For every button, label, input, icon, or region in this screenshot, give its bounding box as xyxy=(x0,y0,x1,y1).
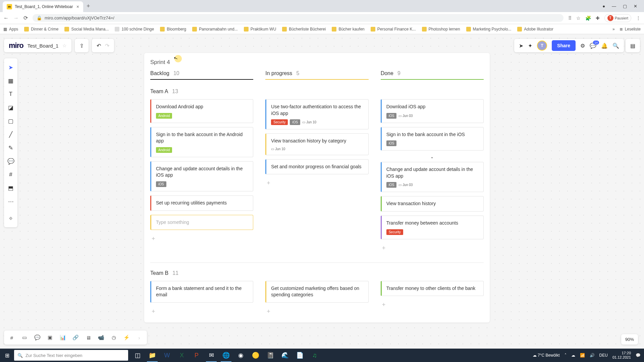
redo-icon[interactable]: ↷ xyxy=(105,43,109,49)
kanban-card[interactable]: Change and update account details in the… xyxy=(150,161,253,191)
swimlane-header[interactable]: Team A13 xyxy=(144,81,490,99)
share-link-icon[interactable]: 🔗 xyxy=(70,333,81,343)
bookmark-item[interactable]: Social Media Mana... xyxy=(64,27,109,32)
board-name[interactable]: Test_Board_1 xyxy=(28,43,59,49)
word-icon[interactable]: W xyxy=(160,349,174,362)
video-icon[interactable]: 📹 xyxy=(95,333,107,343)
export-icon[interactable]: ⇪ xyxy=(79,43,84,49)
bookmark-item[interactable]: Adobe Illustrator xyxy=(517,27,553,32)
start-button[interactable]: ⊞ xyxy=(0,349,14,362)
board-title[interactable]: Sprint 4 xyxy=(144,59,490,70)
kanban-card[interactable]: Transfer money to other clients of the b… xyxy=(381,281,484,296)
bookmark-item[interactable]: Praktikum WU xyxy=(244,27,276,32)
sticky-tool[interactable]: ◪ xyxy=(4,101,17,114)
kanban-card[interactable]: View transaction history xyxy=(381,196,484,212)
chevron-down-icon[interactable]: ⌄ xyxy=(381,155,484,159)
minimize-icon[interactable]: — xyxy=(612,4,616,9)
new-tab-button[interactable]: + xyxy=(83,3,94,10)
reactions-icon[interactable]: ✦ xyxy=(528,43,532,49)
reload-button[interactable]: ⟳ xyxy=(23,15,28,21)
excel-icon[interactable]: X xyxy=(175,349,189,362)
extension-icon[interactable]: 🧩 xyxy=(585,15,591,21)
share-button[interactable]: Share xyxy=(552,40,576,51)
swimlane-header[interactable]: Team B11 xyxy=(144,263,490,281)
comments-panel-icon[interactable]: 💬 xyxy=(32,333,43,343)
notepad-icon[interactable]: 📄 xyxy=(293,349,307,362)
volume-icon[interactable]: 🔊 xyxy=(590,353,595,358)
kanban-card[interactable]: Sign in to the bank account in the Andro… xyxy=(150,127,253,157)
bookmark-item[interactable]: Photoshop lernen xyxy=(422,27,460,32)
notifications-icon[interactable]: 🔔 xyxy=(601,43,608,49)
edge-icon[interactable]: 🌊 xyxy=(278,349,292,362)
kanban-card[interactable]: Transfer money between accountsSecurity xyxy=(381,216,484,239)
column-header-done[interactable]: Done9 xyxy=(381,70,484,79)
upload-tool[interactable]: ⬒ xyxy=(4,182,17,194)
language-indicator[interactable]: DEU xyxy=(599,353,608,358)
wifi-icon[interactable]: 📶 xyxy=(580,353,585,358)
comments-icon[interactable]: 💬 xyxy=(590,43,596,49)
obs-icon[interactable]: ◉ xyxy=(234,349,248,362)
app-icon[interactable]: 🟡 xyxy=(249,349,262,362)
forward-button[interactable]: → xyxy=(13,15,19,21)
notes-icon[interactable]: 📓 xyxy=(264,349,277,362)
bolt-icon[interactable]: ⚡ xyxy=(121,333,132,343)
bookmark-item[interactable]: Personal Finance K... xyxy=(371,27,416,32)
text-tool[interactable]: T xyxy=(4,88,17,101)
present-icon[interactable]: ▭ xyxy=(19,333,30,343)
back-button[interactable]: ← xyxy=(3,15,9,21)
expand-toolbar-icon[interactable]: › xyxy=(133,333,145,343)
add-card-button[interactable]: + xyxy=(265,178,368,188)
bookmark-item[interactable]: Panoramabahn und... xyxy=(192,27,237,32)
column-header-backlog[interactable]: Backlog10 xyxy=(150,70,253,79)
chrome-icon[interactable]: 🌐 xyxy=(219,349,233,362)
zoom-level[interactable]: 90% xyxy=(621,334,638,345)
kanban-card[interactable]: Set and monitor progress on financial go… xyxy=(265,159,368,175)
kanban-card[interactable]: Use two-factor authentication to access … xyxy=(265,99,368,129)
cursor-mode-icon[interactable]: ➤ xyxy=(519,43,523,49)
notifications-tray-icon[interactable]: 💬 xyxy=(636,353,641,358)
maximize-icon[interactable]: ▢ xyxy=(623,4,627,9)
bookmark-item[interactable]: Dinner & Crime xyxy=(24,27,58,32)
templates-tool[interactable]: ▦ xyxy=(4,74,17,87)
bookmark-item[interactable]: Bücher kaufen xyxy=(332,27,364,32)
tray-chevron-icon[interactable]: ˄ xyxy=(565,353,567,358)
kanban-card[interactable]: Set up recurring utilities payments xyxy=(150,195,253,211)
menu-icon[interactable]: ⋮ xyxy=(636,15,641,21)
taskbar-search[interactable]: 🔍 Zur Suche Text hier eingeben xyxy=(14,350,128,361)
kanban-card[interactable]: Download iOS appiOS▭Jun 03 xyxy=(381,99,484,123)
chart-icon[interactable]: 📊 xyxy=(57,333,68,343)
frame-tool[interactable]: # xyxy=(4,168,17,181)
star-icon[interactable]: ☆ xyxy=(576,15,581,21)
search-icon[interactable]: 🔍 xyxy=(612,43,619,49)
star-board-icon[interactable]: ☆ xyxy=(62,43,67,48)
column-header-in-progress[interactable]: In progress5 xyxy=(265,70,368,79)
undo-icon[interactable]: ↶ xyxy=(97,43,101,49)
kanban-card[interactable]: Form a bank statement and send it to the… xyxy=(150,281,253,303)
kanban-card[interactable]: Sign in to the bank account in the iOSiO… xyxy=(381,127,484,151)
apps-tool[interactable]: ⟐ xyxy=(4,212,17,225)
miro-logo[interactable]: miro xyxy=(9,41,23,50)
bookmark-item[interactable]: Bücherliste Bücherei xyxy=(282,27,326,32)
translate-icon[interactable]: ⠿ xyxy=(568,15,572,21)
task-view-icon[interactable]: ◫ xyxy=(131,349,144,362)
frames-panel-icon[interactable]: # xyxy=(6,333,17,343)
powerpoint-icon[interactable]: P xyxy=(190,349,203,362)
close-window-icon[interactable]: ✕ xyxy=(634,4,637,9)
screen-icon[interactable]: 🖥 xyxy=(83,333,94,343)
kanban-card[interactable]: Change and update account details in the… xyxy=(381,162,484,192)
bookmark-item[interactable]: Marketing Psycholo... xyxy=(466,27,512,32)
reading-list-button[interactable]: ≣Leseliste xyxy=(620,27,641,32)
weather-widget[interactable]: ☁ 7°C Bewölkt xyxy=(533,353,560,358)
more-tools[interactable]: ⋯ xyxy=(4,195,17,208)
apps-button[interactable]: ▦Apps xyxy=(3,27,18,32)
add-card-button[interactable]: + xyxy=(381,243,484,253)
select-tool[interactable]: ➤ xyxy=(4,61,17,74)
bookmark-item[interactable]: 100 schöne Dinge xyxy=(115,27,154,32)
add-card-button[interactable]: + xyxy=(381,300,484,310)
timer-icon[interactable]: ◷ xyxy=(108,333,119,343)
comment-tool[interactable]: 💬 xyxy=(4,155,17,168)
extension-icon-2[interactable]: ✚ xyxy=(596,15,600,21)
side-panel-icon[interactable]: ▤ xyxy=(630,43,635,49)
url-input[interactable]: 🔒 miro.com/app/board/uXjVOeTrz74=/ xyxy=(33,14,564,22)
close-tab-icon[interactable]: × xyxy=(76,4,79,9)
